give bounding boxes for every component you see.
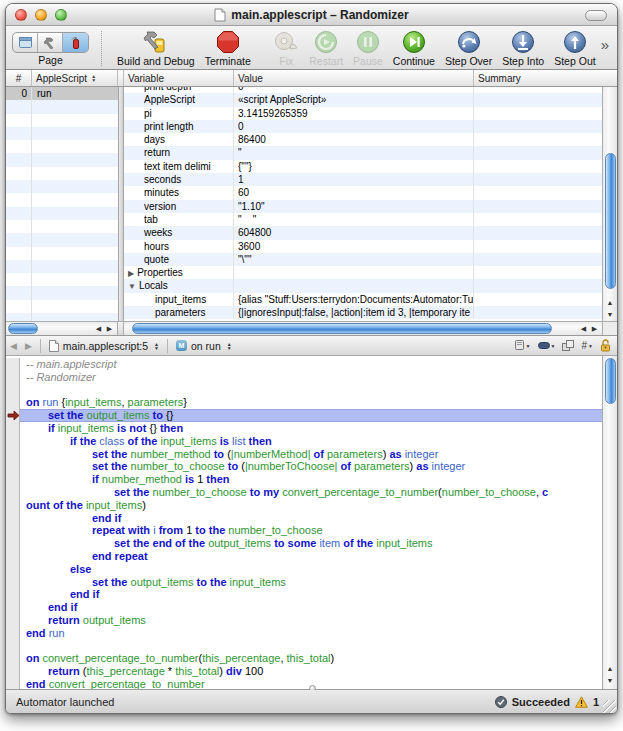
nav-back-button[interactable]: ◀: [6, 341, 21, 351]
code-line[interactable]: set the output_items to {}: [6, 409, 617, 422]
step-out-button[interactable]: Step Out: [554, 29, 595, 67]
code-line[interactable]: set the end of the output_items to some …: [6, 537, 617, 550]
scrollbar-thumb[interactable]: [132, 323, 552, 334]
variable-row[interactable]: tab" ": [124, 213, 602, 226]
disclosure-collapsed-icon[interactable]: ▶: [128, 269, 134, 278]
code-line[interactable]: set the number_method to (|numberMethod|…: [6, 448, 617, 461]
variable-row[interactable]: hours3600: [124, 240, 602, 253]
threads-number-header[interactable]: #: [6, 70, 32, 86]
threads-name-header[interactable]: AppleScript ▲▼: [32, 70, 118, 86]
variable-row[interactable]: weeks604800: [124, 226, 602, 239]
breakpoint-gutter[interactable]: [6, 614, 20, 627]
scrollbar-thumb[interactable]: [605, 153, 616, 289]
disclosure-expanded-icon[interactable]: ▼: [128, 282, 136, 291]
code-line[interactable]: else: [6, 563, 617, 576]
breakpoint-gutter[interactable]: [6, 512, 20, 525]
scrollbar-arrows[interactable]: ◀▶: [93, 322, 115, 335]
breakpoint-gutter[interactable]: [6, 371, 20, 384]
code-line[interactable]: on run {input_items, parameters}: [6, 396, 617, 409]
variable-row[interactable]: ▼Locals: [124, 279, 602, 292]
thread-row[interactable]: 0run: [6, 87, 118, 100]
thread-row[interactable]: [6, 286, 118, 299]
scrollbar-arrows[interactable]: ▲▼: [603, 663, 617, 687]
breakpoint-gutter[interactable]: [6, 627, 20, 640]
breakpoint-gutter[interactable]: [6, 652, 20, 665]
thread-row[interactable]: [6, 220, 118, 233]
toolbar-pill-button[interactable]: [585, 10, 607, 21]
variable-row[interactable]: ▶Properties: [124, 266, 602, 279]
pause-button[interactable]: Pause: [353, 29, 383, 67]
step-over-button[interactable]: Step Over: [445, 29, 492, 67]
bookmarks-menu-button[interactable]: ▼: [514, 340, 531, 351]
code-line[interactable]: on convert_percentage_to_number(this_per…: [6, 652, 617, 665]
page-debug-segment[interactable]: [63, 33, 88, 52]
code-line[interactable]: [6, 640, 617, 653]
code-line[interactable]: [6, 384, 617, 397]
variable-row[interactable]: text item delimi{""}: [124, 160, 602, 173]
counterpart-button[interactable]: [562, 340, 574, 351]
fix-button[interactable]: Fix: [273, 29, 299, 67]
variable-row[interactable]: print length0: [124, 120, 602, 133]
restart-button[interactable]: Restart: [309, 29, 343, 67]
file-popup[interactable]: main.applescript:5 ▲▼: [45, 340, 163, 352]
build-and-debug-button[interactable]: Build and Debug: [117, 29, 195, 67]
breakpoint-gutter[interactable]: [6, 537, 20, 550]
thread-row[interactable]: [6, 153, 118, 166]
code-line[interactable]: end run: [6, 627, 617, 640]
variables-horizontal-scrollbar[interactable]: ◀▶: [124, 322, 602, 335]
thread-row[interactable]: [6, 313, 118, 321]
page-editor-segment[interactable]: [13, 33, 38, 52]
code-line[interactable]: return output_items: [6, 614, 617, 627]
breakpoint-gutter[interactable]: [6, 588, 20, 601]
code-line[interactable]: ount of the input_items): [6, 499, 617, 512]
breakpoint-gutter[interactable]: [6, 358, 20, 371]
variables-vertical-scrollbar[interactable]: ▲▼: [602, 87, 617, 321]
variable-row[interactable]: days86400: [124, 133, 602, 146]
breakpoint-gutter[interactable]: [6, 665, 20, 678]
editor-vertical-scrollbar[interactable]: ▲▼: [602, 356, 617, 689]
scrollbar-thumb[interactable]: [605, 358, 616, 404]
variable-row[interactable]: return": [124, 146, 602, 159]
breakpoint-gutter[interactable]: [6, 460, 20, 473]
breakpoint-gutter[interactable]: [6, 678, 20, 689]
variable-row[interactable]: seconds1: [124, 173, 602, 186]
code-line[interactable]: end if: [6, 588, 617, 601]
step-into-button[interactable]: Step Into: [502, 29, 544, 67]
thread-row[interactable]: [6, 180, 118, 193]
page-build-segment[interactable]: [38, 33, 63, 52]
thread-row[interactable]: [6, 127, 118, 140]
function-popup[interactable]: M on run ▲▼: [172, 340, 236, 352]
thread-row[interactable]: [6, 167, 118, 180]
scrollbar-thumb[interactable]: [8, 323, 38, 334]
breakpoint-gutter[interactable]: [6, 576, 20, 589]
breakpoint-gutter[interactable]: [6, 640, 20, 653]
variable-row[interactable]: pi3.14159265359: [124, 107, 602, 120]
continue-button[interactable]: Continue: [393, 29, 435, 67]
code-line[interactable]: repeat with i from 1 to the number_to_ch…: [6, 524, 617, 537]
code-line[interactable]: end if: [6, 601, 617, 614]
thread-row[interactable]: [6, 260, 118, 273]
close-button[interactable]: [15, 9, 27, 21]
thread-row[interactable]: [6, 114, 118, 127]
variable-row[interactable]: version"1.10": [124, 200, 602, 213]
thread-row[interactable]: [6, 140, 118, 153]
variable-row[interactable]: quote"\"": [124, 253, 602, 266]
variable-row[interactable]: parameters{|ignoresInput|:false, |action…: [124, 306, 602, 319]
code-editor[interactable]: -- main.applescript-- Randomizeron run {…: [6, 356, 617, 689]
code-line[interactable]: -- Randomizer: [6, 371, 617, 384]
thread-row[interactable]: [6, 300, 118, 313]
code-line[interactable]: set the number_to_choose to my convert_p…: [6, 486, 617, 499]
scrollbar-arrows[interactable]: ▲▼: [603, 297, 617, 321]
thread-row[interactable]: [6, 100, 118, 113]
breakpoint-gutter[interactable]: [6, 486, 20, 499]
nav-forward-button[interactable]: ▶: [21, 341, 36, 351]
breakpoint-gutter[interactable]: [6, 384, 20, 397]
line-number-menu-button[interactable]: # ▼: [581, 340, 593, 351]
code-line[interactable]: end repeat: [6, 550, 617, 563]
code-line[interactable]: if input_items is not {} then: [6, 422, 617, 435]
breakpoint-gutter[interactable]: [6, 435, 20, 448]
breakpoint-gutter[interactable]: [6, 396, 20, 409]
value-column-header[interactable]: Value: [234, 70, 474, 86]
zoom-button[interactable]: [55, 9, 67, 21]
warning-count[interactable]: 1: [593, 696, 599, 708]
